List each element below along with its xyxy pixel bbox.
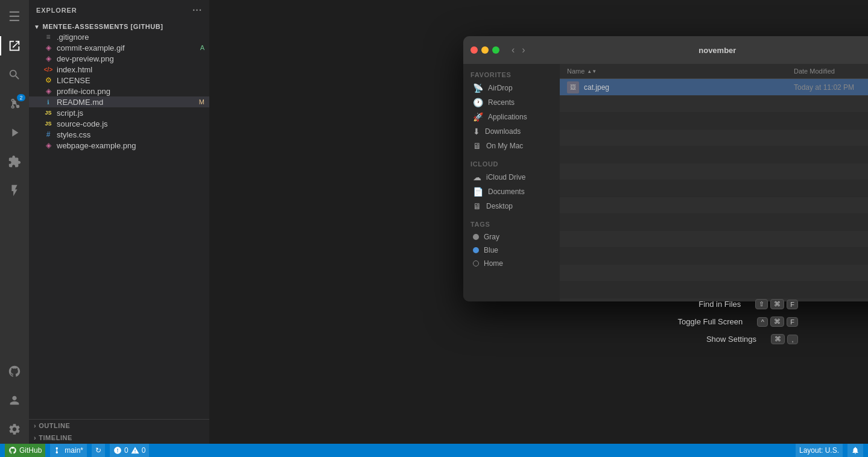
- outline-section[interactable]: › OUTLINE: [29, 420, 209, 432]
- layout-badge[interactable]: Layout: U.S.: [796, 444, 843, 457]
- finder-tag-gray[interactable]: Gray: [466, 230, 557, 244]
- finder-title: november: [533, 46, 868, 55]
- github-status-badge[interactable]: GitHub: [5, 444, 45, 457]
- sidebar-header: Explorer ···: [29, 0, 209, 20]
- key-cmd3: ⌘: [771, 334, 785, 344]
- finder-recents-item[interactable]: 🕐 Recents: [466, 95, 557, 110]
- errors-status-badge[interactable]: 0 0: [110, 444, 149, 457]
- sidebar-title: Explorer: [36, 7, 77, 14]
- file-readme[interactable]: ℹ README.md M: [29, 96, 209, 107]
- finder-window-controls: [470, 46, 499, 54]
- finder-favorites-title: Favorites: [463, 69, 560, 81]
- desktop-icon: 🖥: [473, 201, 481, 211]
- finder-empty-row-10: [560, 248, 868, 265]
- notification-badge[interactable]: [847, 444, 863, 457]
- finder-icloud-title: iCloud: [463, 158, 560, 170]
- find-in-files-label: Find in Files: [699, 300, 741, 309]
- commit-gif-name: commit-example.gif: [57, 43, 200, 52]
- date-header-label: Date Modified: [794, 68, 835, 75]
- finder-close-dot[interactable]: [470, 46, 478, 54]
- sort-icons: ▲▼: [587, 69, 597, 74]
- finder-tag-home[interactable]: Home: [466, 257, 557, 270]
- finder-on-my-mac-item[interactable]: 🖥 On My Mac: [466, 139, 557, 153]
- finder-col-name-header[interactable]: Name ▲▼: [567, 68, 794, 75]
- warning-icon: [131, 446, 139, 455]
- file-index-html[interactable]: </> index.html: [29, 64, 209, 75]
- home-tag-label: Home: [484, 259, 503, 268]
- finder-documents-item[interactable]: 📄 Documents: [466, 184, 557, 199]
- readme-name: README.md: [57, 98, 199, 107]
- finder-forward-button[interactable]: ›: [519, 43, 527, 57]
- finder-sidebar: Favorites 📡 AirDrop 🕐 Recents 🚀: [463, 64, 560, 301]
- outline-chevron-icon: ›: [34, 422, 36, 429]
- file-profile-icon[interactable]: ◈ profile-icon.png: [29, 86, 209, 96]
- cat-file-name: cat.jpeg: [584, 83, 794, 92]
- activity-test-icon[interactable]: [0, 176, 29, 205]
- finder-icloud-section: iCloud ☁ iCloud Drive 📄 Documents 🖥: [463, 158, 560, 213]
- finder-empty-row-11: [560, 265, 868, 282]
- documents-icon: 📄: [473, 187, 483, 197]
- file-script-js[interactable]: JS script.js: [29, 107, 209, 118]
- key-cmd2: ⌘: [770, 317, 784, 327]
- file-webpage-png[interactable]: ◈ webpage-example.png: [29, 140, 209, 151]
- file-license[interactable]: ⚙ LICENSE: [29, 75, 209, 86]
- activity-settings-icon[interactable]: [0, 415, 29, 444]
- finder-airdrop-item[interactable]: 📡 AirDrop: [466, 81, 557, 95]
- finder-icloud-drive-item[interactable]: ☁ iCloud Drive: [466, 170, 557, 184]
- file-gitignore[interactable]: ≡ .gitignore: [29, 31, 209, 42]
- desktop-label: Desktop: [486, 202, 513, 210]
- cat-file-date: Today at 11:02 PM: [794, 83, 868, 92]
- file-source-code-js[interactable]: JS source-code.js: [29, 118, 209, 129]
- on-my-mac-label: On My Mac: [486, 142, 523, 150]
- recents-label: Recents: [488, 98, 515, 107]
- activity-github-icon[interactable]: [0, 357, 29, 386]
- project-folder[interactable]: ▼ MENTEE-ASSESSMENTS [GITHUB]: [29, 22, 209, 31]
- activity-source-control-icon[interactable]: 2: [0, 89, 29, 118]
- finder-window: ‹ › november: [463, 36, 868, 301]
- file-commit-gif[interactable]: ◈ commit-example.gif A: [29, 42, 209, 53]
- finder-minimize-dot[interactable]: [481, 46, 489, 54]
- finder-tag-blue[interactable]: Blue: [466, 244, 557, 257]
- timeline-chevron-icon: ›: [34, 434, 36, 441]
- finder-body: Favorites 📡 AirDrop 🕐 Recents 🚀: [463, 64, 868, 301]
- documents-label: Documents: [488, 188, 525, 196]
- profile-png-icon: ◈: [43, 86, 53, 96]
- finder-empty-row-3: [560, 130, 868, 147]
- finder-downloads-item[interactable]: ⬇ Downloads: [466, 124, 557, 139]
- activity-run-icon[interactable]: [0, 118, 29, 147]
- icloud-drive-label: iCloud Drive: [486, 173, 525, 181]
- profile-icon-name: profile-icon.png: [57, 87, 204, 96]
- finder-col-date-header[interactable]: Date Modified: [794, 68, 868, 75]
- finder-maximize-dot[interactable]: [492, 46, 499, 54]
- html-icon: </>: [43, 65, 53, 74]
- outline-label: OUTLINE: [39, 422, 70, 429]
- finder-back-button[interactable]: ‹: [509, 43, 517, 57]
- finder-main: Name ▲▼ Date Modified Size Kind: [560, 64, 868, 301]
- finder-tags-section: Tags Gray Blue Home: [463, 218, 560, 270]
- finder-titlebar: ‹ › november: [463, 36, 868, 64]
- branch-label: main*: [65, 446, 83, 455]
- file-dev-preview[interactable]: ◈ dev-preview.png: [29, 53, 209, 64]
- toggle-fullscreen-keys: ^ ⌘ F: [757, 317, 798, 327]
- finder-applications-item[interactable]: 🚀 Applications: [466, 110, 557, 124]
- activity-extensions-icon[interactable]: [0, 147, 29, 176]
- dev-preview-name: dev-preview.png: [57, 54, 204, 63]
- timeline-section[interactable]: › TIMELINE: [29, 432, 209, 444]
- file-styles-css[interactable]: # styles.css: [29, 129, 209, 140]
- finder-desktop-item[interactable]: 🖥 Desktop: [466, 199, 557, 213]
- activity-menu-icon[interactable]: ☰: [0, 2, 29, 31]
- file-thumb-cat: 🖼: [567, 81, 579, 93]
- gif-icon: ◈: [43, 43, 53, 52]
- app-container: ☰ 2: [0, 0, 868, 457]
- activity-search-icon[interactable]: [0, 60, 29, 89]
- finder-empty-row-4: [560, 147, 868, 163]
- branch-status-badge[interactable]: main*: [50, 444, 87, 457]
- finder-empty-row-8: [560, 214, 868, 231]
- activity-account-icon[interactable]: [0, 386, 29, 415]
- sidebar: Explorer ··· ▼ MENTEE-ASSESSMENTS [GITHU…: [29, 0, 210, 444]
- sidebar-more-actions[interactable]: ···: [192, 5, 202, 16]
- sync-status-badge[interactable]: ↻: [92, 444, 105, 457]
- activity-explorer-icon[interactable]: [0, 31, 29, 60]
- finder-file-row-cat[interactable]: 🖼 cat.jpeg Today at 11:02 PM 635 KB JPEG…: [560, 79, 868, 96]
- shortcut-show-settings: Show Settings ⌘ ,: [668, 330, 808, 348]
